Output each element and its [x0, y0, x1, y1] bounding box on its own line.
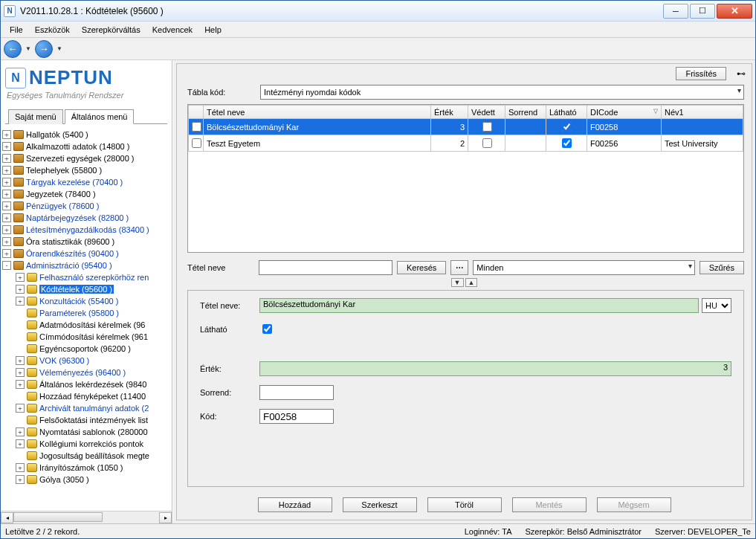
save-button[interactable]: Mentés	[512, 497, 587, 512]
tree-node[interactable]: +Kollégiumi korrekciós pontok	[2, 438, 172, 450]
expand-icon[interactable]: +	[16, 439, 25, 448]
tree-node[interactable]: +Felhasználó szerepkörhöz ren	[2, 271, 172, 283]
expand-icon[interactable]: +	[2, 154, 11, 163]
back-history-dropdown[interactable]: ▼	[25, 40, 32, 58]
edit-button[interactable]: Szerkeszt	[343, 497, 417, 512]
expand-icon[interactable]: +	[2, 166, 11, 175]
grid-header-lathato[interactable]: Látható	[546, 106, 587, 119]
tab-own-menu[interactable]: Saját menü	[8, 109, 63, 124]
search-browse-button[interactable]: …	[450, 260, 468, 275]
grid-header-ertek[interactable]: Érték	[431, 106, 468, 119]
grid-header-tetel[interactable]: Tétel neve	[204, 106, 431, 119]
maximize-button[interactable]: ☐	[690, 4, 715, 19]
scroll-thumb[interactable]	[13, 512, 103, 522]
menu-file[interactable]: File	[4, 24, 29, 36]
tree-node[interactable]: +Létesítménygazdálkodás (83400 )	[2, 224, 172, 236]
pin-icon[interactable]: ⊷	[737, 68, 746, 79]
tree-node[interactable]: Paraméterek (95800 )	[2, 307, 172, 319]
tree-node[interactable]: +Nyomtatási sablonok (280000	[2, 426, 172, 438]
expand-icon[interactable]: +	[2, 213, 11, 222]
tree-node[interactable]: -Adminisztráció (95400 )	[2, 259, 172, 271]
tree-node[interactable]: +Gólya (3050 )	[2, 474, 172, 485]
search-button[interactable]: Keresés	[397, 261, 446, 274]
close-button[interactable]: ✕	[717, 4, 752, 19]
tree-scroll[interactable]: +Hallgatók (5400 )+Alkalmazotti adatok (…	[1, 127, 172, 511]
detail-sorrend-input[interactable]	[259, 385, 334, 400]
scroll-right-button[interactable]: ▸	[159, 512, 172, 523]
tree-node[interactable]: Felsőoktatási intézmények list	[2, 414, 172, 426]
delete-button[interactable]: Töröl	[427, 497, 502, 512]
expand-icon[interactable]: +	[2, 178, 11, 187]
expand-icon[interactable]: +	[16, 297, 25, 306]
expand-icon[interactable]: +	[16, 380, 25, 389]
back-button[interactable]: ←	[4, 40, 22, 58]
search-input[interactable]	[259, 260, 392, 275]
cancel-button[interactable]: Mégsem	[597, 497, 671, 512]
expand-icon[interactable]: +	[2, 225, 11, 234]
detail-lathato-checkbox[interactable]	[262, 324, 272, 334]
tree-node[interactable]: Hozzáad fényképeket (11400	[2, 390, 172, 402]
tree-node[interactable]: +Alkalmazotti adatok (14800 )	[2, 141, 172, 152]
tablakod-combo[interactable]	[260, 85, 744, 100]
search-filter-combo[interactable]	[473, 260, 694, 275]
tree-node[interactable]: +Óra statisztikák (89600 )	[2, 236, 172, 248]
collapse-icon[interactable]: -	[2, 261, 11, 270]
grid-header-sorrend[interactable]: Sorrend	[505, 106, 546, 119]
grid-header-dicode[interactable]: DICode▽	[587, 106, 662, 119]
forward-button[interactable]: →	[35, 40, 53, 58]
cell-vedett[interactable]	[468, 119, 505, 135]
filter-button[interactable]: Szűrés	[700, 261, 744, 274]
expand-icon[interactable]: +	[2, 237, 11, 246]
grid-header-vedett[interactable]: Védett	[468, 106, 505, 119]
data-grid[interactable]: Tétel neve Érték Védett Sorrend Látható …	[188, 105, 743, 152]
tree-node[interactable]: +Szervezeti egységek (28000 )	[2, 152, 172, 164]
grid-header-checkbox[interactable]	[189, 106, 204, 119]
tree-node[interactable]: Címmódosítási kérelmek (961	[2, 331, 172, 343]
cell-vedett[interactable]	[468, 135, 505, 152]
cell-lathato[interactable]	[546, 135, 587, 152]
tree-node[interactable]: +Telephelyek (55800 )	[2, 164, 172, 176]
expand-icon[interactable]: +	[2, 142, 11, 151]
expand-icon[interactable]: +	[16, 475, 25, 484]
splitter[interactable]: ▼ ▲	[177, 278, 752, 287]
expand-icon[interactable]: +	[16, 285, 25, 294]
tree-node[interactable]: +Tárgyak kezelése (70400 )	[2, 176, 172, 188]
menu-tools[interactable]: Eszközök	[29, 24, 76, 36]
tree-node[interactable]: +Naptárbejegyzések (82800 )	[2, 212, 172, 224]
tree-node[interactable]: +Általános lekérdezések (9840	[2, 378, 172, 390]
add-button[interactable]: Hozzáad	[258, 497, 332, 512]
menu-help[interactable]: Help	[198, 24, 227, 36]
tree-node[interactable]: +Archivált tanulmányi adatok (2	[2, 402, 172, 414]
tree-node[interactable]: +Véleményezés (96400 )	[2, 367, 172, 378]
tree-node[interactable]: Jogosultság beállítások megte	[2, 450, 172, 462]
table-row[interactable]: Bölcsészettudományi Kar3F00258	[189, 119, 743, 135]
menu-fav[interactable]: Kedvencek	[146, 24, 198, 36]
expand-icon[interactable]: +	[16, 273, 25, 282]
detail-lang-combo[interactable]: HU	[702, 298, 731, 313]
expand-icon[interactable]: +	[16, 368, 25, 377]
tree-node[interactable]: +Konzultációk (55400 )	[2, 295, 172, 307]
table-row[interactable]: Teszt Egyetem2F00256Test University	[189, 135, 743, 152]
grid-header-nev1[interactable]: Név1	[662, 106, 743, 119]
tree-node[interactable]: +Hallgatók (5400 )	[2, 129, 172, 141]
cell-lathato[interactable]	[546, 119, 587, 135]
detail-kod-input[interactable]	[259, 409, 334, 424]
expand-icon[interactable]: +	[16, 356, 25, 365]
minimize-button[interactable]: ─	[663, 4, 688, 19]
forward-history-dropdown[interactable]: ▼	[56, 40, 63, 58]
tree-node[interactable]: +VOK (96300 )	[2, 355, 172, 367]
tree-node[interactable]: Adatmódosítási kérelmek (96	[2, 319, 172, 331]
tree-node[interactable]: +Kódtételek (95600 )	[2, 283, 172, 295]
expand-icon[interactable]: +	[16, 427, 25, 436]
row-checkbox[interactable]	[189, 135, 204, 152]
scroll-track[interactable]	[13, 512, 159, 523]
expand-icon[interactable]: +	[16, 404, 25, 413]
refresh-button[interactable]: Frissítés	[676, 67, 726, 80]
expand-icon[interactable]: +	[16, 463, 25, 472]
menu-role[interactable]: Szerepkörváltás	[76, 24, 146, 36]
tab-general-menu[interactable]: Általános menü	[65, 109, 135, 124]
tree-node[interactable]: +Órarendkészítés (90400 )	[2, 248, 172, 259]
tree-node[interactable]: +Jegyzetek (78400 )	[2, 188, 172, 200]
expand-icon[interactable]: +	[2, 201, 11, 210]
expand-icon[interactable]: +	[2, 130, 11, 139]
